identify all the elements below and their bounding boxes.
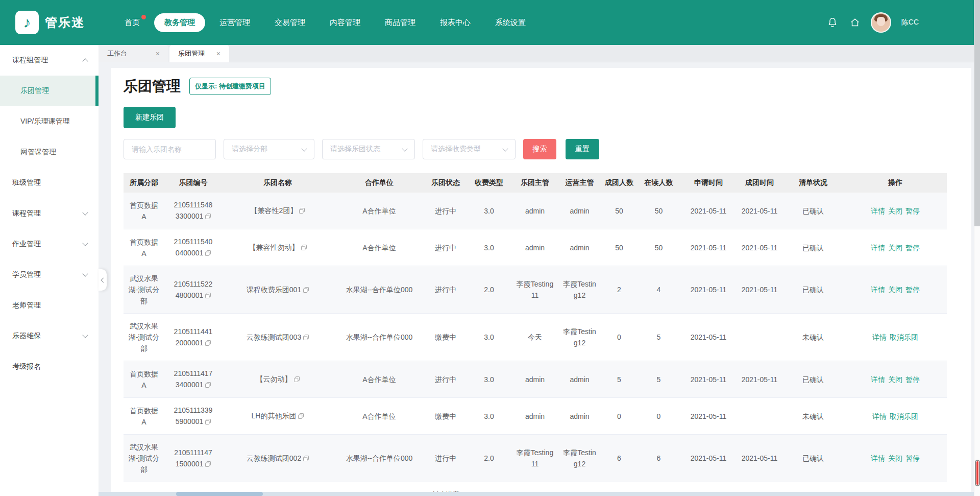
op-link-关闭[interactable]: 关闭 xyxy=(888,454,902,462)
op-link-暂停[interactable]: 暂停 xyxy=(905,454,920,462)
horizontal-scrollbar-thumb[interactable] xyxy=(176,492,263,496)
op-link-关闭[interactable]: 关闭 xyxy=(888,375,902,384)
sidebar-collapse-handle[interactable] xyxy=(99,269,107,291)
bell-icon[interactable] xyxy=(827,17,838,28)
cell-formed_date: 2021-05-11 xyxy=(737,229,782,266)
nav-item-教务管理[interactable]: 教务管理 xyxy=(154,13,205,32)
cell-list_status: 已确认 xyxy=(782,361,844,398)
op-link-详情[interactable]: 详情 xyxy=(871,286,885,294)
op-link-详情[interactable]: 详情 xyxy=(871,375,885,384)
filter-mode-badge[interactable]: 仅显示: 待创建缴费项目 xyxy=(189,78,271,95)
copy-icon[interactable] xyxy=(298,411,304,422)
cell-partner: A合作单位 xyxy=(333,361,425,398)
search-button[interactable]: 搜索 xyxy=(523,139,556,159)
avatar[interactable] xyxy=(872,13,890,32)
sidebar-item-label: 乐团管理 xyxy=(20,86,49,96)
band-name-input[interactable] xyxy=(124,139,216,159)
copy-icon[interactable] xyxy=(205,211,211,222)
op-link-暂停[interactable]: 暂停 xyxy=(905,244,920,252)
sidebar-item-学员管理[interactable]: 学员管理 xyxy=(0,259,99,290)
sidebar-item-label: 课程组管理 xyxy=(12,56,48,65)
nav-item-交易管理[interactable]: 交易管理 xyxy=(275,18,305,28)
brand-name: 管乐迷 xyxy=(45,14,85,31)
nav-item-系统设置[interactable]: 系统设置 xyxy=(495,18,526,28)
op-link-暂停[interactable]: 暂停 xyxy=(905,375,920,384)
sidebar-item-班级管理[interactable]: 班级管理 xyxy=(0,168,99,198)
new-band-button[interactable]: 新建乐团 xyxy=(124,107,176,128)
cell-op_manager: admin xyxy=(558,398,601,435)
copy-icon[interactable] xyxy=(205,338,211,349)
copy-icon[interactable] xyxy=(303,453,309,464)
vertical-scrollbar-thumb[interactable] xyxy=(974,0,980,226)
copy-icon[interactable] xyxy=(301,242,307,253)
nav-item-首页[interactable]: 首页 xyxy=(125,18,140,28)
copy-icon[interactable] xyxy=(294,374,300,385)
page-title: 乐团管理 xyxy=(124,77,181,96)
horizontal-scrollbar[interactable] xyxy=(99,492,974,496)
sidebar-item-网管课管理[interactable]: 网管课管理 xyxy=(0,137,99,168)
nav-item-内容管理[interactable]: 内容管理 xyxy=(330,18,360,28)
sidebar-item-VIP/乐理课管理[interactable]: VIP/乐理课管理 xyxy=(0,106,99,137)
fee-type-select[interactable]: 请选择收费类型 xyxy=(423,139,516,159)
op-link-详情[interactable]: 详情 xyxy=(872,333,887,341)
copy-icon[interactable] xyxy=(299,205,305,217)
nav-item-报表中心[interactable]: 报表中心 xyxy=(440,18,471,28)
chevron-down-icon xyxy=(502,146,508,151)
close-icon[interactable]: × xyxy=(156,50,160,58)
op-link-详情[interactable]: 详情 xyxy=(871,454,885,462)
cell-list_status: 未确认 xyxy=(782,398,844,435)
copy-icon[interactable] xyxy=(205,459,211,470)
table-row: 首页数据A21051115483300001【兼容性2团】A合作单位进行中3.0… xyxy=(124,193,947,229)
copy-icon[interactable] xyxy=(303,285,309,296)
col-header-清单状况: 清单状况 xyxy=(782,173,844,193)
sidebar-item-乐团管理[interactable]: 乐团管理 xyxy=(0,76,99,106)
sidebar-item-考级报名[interactable]: 考级报名 xyxy=(0,351,99,382)
op-link-暂停[interactable]: 暂停 xyxy=(905,207,920,215)
sidebar-item-课程组管理[interactable]: 课程组管理 xyxy=(0,45,99,76)
copy-icon[interactable] xyxy=(205,248,211,259)
reset-button[interactable]: 重置 xyxy=(566,139,599,159)
table-row: 首页数据A21051115400400001【兼容性勿动】A合作单位进行中3.0… xyxy=(124,229,947,266)
sidebar-item-乐器维保[interactable]: 乐器维保 xyxy=(0,321,99,351)
close-icon[interactable]: × xyxy=(216,50,220,58)
cell-apply_date: 2021-05-11 xyxy=(680,435,737,482)
col-header-运营主管: 运营主管 xyxy=(558,173,601,193)
cell-formed_date: 2021-05-11 xyxy=(737,361,782,398)
op-link-取消乐团[interactable]: 取消乐团 xyxy=(890,412,918,420)
copy-icon[interactable] xyxy=(205,380,211,391)
op-link-详情[interactable]: 详情 xyxy=(871,244,885,252)
band-status-select[interactable]: 请选择乐团状态 xyxy=(322,139,415,159)
op-link-暂停[interactable]: 暂停 xyxy=(905,286,920,294)
cell-branch: 首页数据A xyxy=(124,229,164,266)
cell-apply_date: 2021-05-11 xyxy=(680,193,737,229)
op-link-详情[interactable]: 详情 xyxy=(871,207,885,215)
sidebar-item-老师管理[interactable]: 老师管理 xyxy=(0,290,99,321)
sidebar-item-课程管理[interactable]: 课程管理 xyxy=(0,198,99,229)
cell-number: 21051111471500001 xyxy=(164,435,222,482)
top-navbar: ♪ 管乐迷 首页教务管理运营管理交易管理内容管理商品管理报表中心系统设置 陈CC xyxy=(0,0,974,45)
vertical-scrollbar[interactable] xyxy=(974,0,980,496)
cell-status: 缴费中 xyxy=(425,314,466,361)
sidebar-item-作业管理[interactable]: 作业管理 xyxy=(0,229,99,259)
cell-reading: 50 xyxy=(637,229,680,266)
op-link-详情[interactable]: 详情 xyxy=(872,412,887,420)
user-name[interactable]: 陈CC xyxy=(901,18,919,27)
copy-icon[interactable] xyxy=(205,290,211,301)
nav-menu: 首页教务管理运营管理交易管理内容管理商品管理报表中心系统设置 xyxy=(125,0,526,45)
op-link-关闭[interactable]: 关闭 xyxy=(888,286,902,294)
copy-icon[interactable] xyxy=(205,416,211,428)
cell-name: 【云勿动】 xyxy=(222,361,333,398)
home-icon[interactable] xyxy=(849,17,861,28)
branch-select[interactable]: 请选择分部 xyxy=(224,139,314,159)
op-link-取消乐团[interactable]: 取消乐团 xyxy=(890,333,918,341)
nav-item-商品管理[interactable]: 商品管理 xyxy=(385,18,415,28)
op-link-关闭[interactable]: 关闭 xyxy=(888,207,902,215)
tab-label: 乐团管理 xyxy=(178,49,205,58)
table-row: 首页数据A21051114173400001【云勿动】A合作单位进行中3.0ad… xyxy=(124,361,947,398)
op-link-关闭[interactable]: 关闭 xyxy=(888,244,902,252)
table-row: 武汉水果湖-测试分部21051111471500001云教练测试团002水果湖-… xyxy=(124,435,947,482)
nav-item-运营管理[interactable]: 运营管理 xyxy=(219,18,250,28)
tab-乐团管理[interactable]: 乐团管理× xyxy=(169,45,229,62)
copy-icon[interactable] xyxy=(303,332,309,343)
tab-工作台[interactable]: 工作台× xyxy=(99,45,168,62)
